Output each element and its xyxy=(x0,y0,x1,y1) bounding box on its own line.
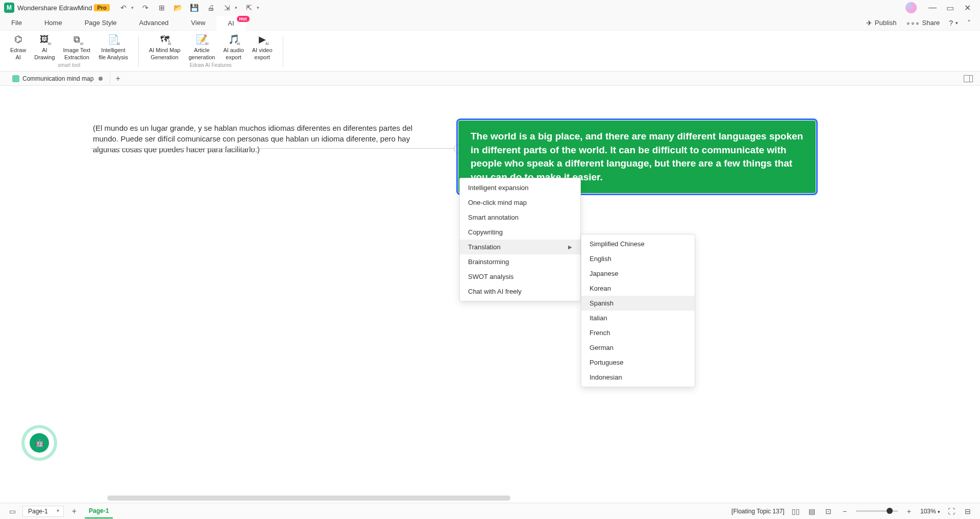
ctx-intelligent-expansion[interactable]: Intelligent expansion xyxy=(460,180,580,195)
chevron-down-icon: ▾ xyxy=(955,20,958,26)
view-mode-1-icon[interactable]: ▯▯ xyxy=(791,507,801,515)
mindmap-node-spanish[interactable]: (El mundo es un lugar grande, y se habla… xyxy=(93,123,430,155)
ctx-swot-analysis[interactable]: SWOT analysis xyxy=(460,269,580,284)
ctx-smart-annotation[interactable]: Smart annotation xyxy=(460,210,580,225)
help-button[interactable]: ?▾ xyxy=(949,19,958,27)
node-connector: ⊖ xyxy=(91,148,458,149)
zoom-percentage[interactable]: 103% ▾ xyxy=(920,508,940,515)
collapse-ribbon-button[interactable]: ˄ xyxy=(967,19,971,27)
menu-page-style[interactable]: Page Style xyxy=(74,15,128,30)
fit-icon[interactable]: ⊟ xyxy=(963,507,973,515)
lang-korean[interactable]: Korean xyxy=(581,281,695,296)
import-dropdown-icon[interactable]: ▾ xyxy=(257,5,259,10)
ribbon-separator xyxy=(138,36,139,67)
ribbon-group-smart-tool: ⌬Edraw AI 🖼AIAI Drawing ⧉AIImage Text Ex… xyxy=(5,34,133,68)
hot-badge: Hot xyxy=(237,16,250,22)
mindmap-gen-icon: 🗺AI xyxy=(158,34,172,45)
lang-indonesian[interactable]: Indonesian xyxy=(581,370,695,385)
ocr-icon: ⧉AI xyxy=(70,34,83,45)
lang-portuguese[interactable]: Portuguese xyxy=(581,355,695,370)
ctx-chat-ai[interactable]: Chat with AI freely xyxy=(460,284,580,299)
ocr-button[interactable]: ⧉AIImage Text Extraction xyxy=(59,34,95,61)
minimize-button[interactable]: — xyxy=(924,2,941,14)
lang-french[interactable]: French xyxy=(581,325,695,340)
audio-export-button[interactable]: 🎵AIAI audio export xyxy=(219,34,248,61)
chevron-up-icon: ˄ xyxy=(967,19,971,27)
save-icon[interactable]: 💾 xyxy=(190,3,199,12)
fullscreen-icon[interactable]: ⛶ xyxy=(946,507,957,515)
robot-icon: 🤖 xyxy=(30,433,49,453)
article-gen-button[interactable]: 📝AIArticle generation xyxy=(184,34,219,61)
lang-german[interactable]: German xyxy=(581,340,695,355)
open-icon[interactable]: 📂 xyxy=(174,3,183,12)
app-logo-icon: M xyxy=(4,3,14,13)
pro-badge: Pro xyxy=(94,4,109,11)
chevron-right-icon: ▶ xyxy=(568,244,572,250)
lang-japanese[interactable]: Japanese xyxy=(581,266,695,281)
ai-drawing-button[interactable]: 🖼AIAI Drawing xyxy=(30,34,59,61)
ctx-one-click-mindmap[interactable]: One-click mind map xyxy=(460,195,580,210)
undo-dropdown-icon[interactable]: ▾ xyxy=(131,5,134,10)
ribbon-group-label-2: Edraw AI Features xyxy=(189,62,231,68)
menu-home[interactable]: Home xyxy=(33,15,74,30)
app-title: Wondershare EdrawMind xyxy=(17,4,92,12)
zoom-slider-thumb[interactable] xyxy=(887,508,893,514)
menu-ai-label: AI xyxy=(228,19,234,27)
outline-icon[interactable]: ▭ xyxy=(7,507,17,515)
menu-view[interactable]: View xyxy=(180,15,216,30)
view-mode-2-icon[interactable]: ▤ xyxy=(807,507,817,515)
lang-spanish[interactable]: Spanish xyxy=(581,296,695,311)
floating-topic-status: [Floating Topic 137] xyxy=(731,508,785,515)
zoom-out-button[interactable]: − xyxy=(840,507,850,515)
menu-ai[interactable]: AI Hot xyxy=(216,16,245,31)
video-export-button[interactable]: ▶AIAI video export xyxy=(248,34,277,61)
article-gen-icon: 📝AI xyxy=(195,34,208,45)
edraw-ai-icon: ⌬ xyxy=(12,34,25,45)
menu-file[interactable]: File xyxy=(0,15,33,30)
print-icon[interactable]: 🖨 xyxy=(206,3,215,12)
new-icon[interactable]: ⊞ xyxy=(157,3,166,12)
panel-toggle-button[interactable] xyxy=(964,75,973,82)
export-icon[interactable]: ⇲ xyxy=(223,3,232,12)
unsaved-indicator-icon xyxy=(99,77,103,81)
lang-english[interactable]: English xyxy=(581,251,695,266)
share-button[interactable]: ∘∘∘Share xyxy=(906,19,940,27)
ribbon: ⌬Edraw AI 🖼AIAI Drawing ⧉AIImage Text Ex… xyxy=(0,31,980,72)
ctx-brainstorming[interactable]: Brainstorming xyxy=(460,254,580,269)
ctx-copywriting[interactable]: Copywriting xyxy=(460,225,580,240)
view-mode-3-icon[interactable]: ⊡ xyxy=(823,507,834,515)
document-tab-bar: Communication mind map + xyxy=(0,72,980,86)
user-avatar[interactable] xyxy=(905,2,917,13)
mindmap-gen-button[interactable]: 🗺AIAI Mind Map Generation xyxy=(145,34,185,61)
status-bar: ▭ Page-1 + Page-1 [Floating Topic 137] ▯… xyxy=(0,503,980,519)
video-export-icon: ▶AI xyxy=(256,34,269,45)
menu-advanced[interactable]: Advanced xyxy=(128,15,180,30)
page-tab-active[interactable]: Page-1 xyxy=(85,504,113,518)
import-icon[interactable]: ⇱ xyxy=(244,3,254,12)
lang-simplified-chinese[interactable]: Simplified Chinese xyxy=(581,237,695,251)
file-analysis-button[interactable]: 📄AIIntelligent file Analysis xyxy=(94,34,132,61)
ctx-translation[interactable]: Translation▶ xyxy=(460,240,580,254)
edraw-ai-button[interactable]: ⌬Edraw AI xyxy=(6,34,30,61)
close-button[interactable]: ✕ xyxy=(959,2,976,14)
horizontal-scrollbar[interactable] xyxy=(107,496,510,501)
maximize-button[interactable]: ▭ xyxy=(941,2,959,14)
canvas[interactable]: (El mundo es un lugar grande, y se habla… xyxy=(0,86,980,503)
undo-icon[interactable]: ↶ xyxy=(119,3,128,12)
context-menu: Intelligent expansion One-click mind map… xyxy=(459,178,581,301)
export-dropdown-icon[interactable]: ▾ xyxy=(235,5,237,10)
help-icon: ? xyxy=(949,19,953,27)
zoom-in-button[interactable]: + xyxy=(904,507,914,515)
ai-assistant-button[interactable]: 🤖 xyxy=(24,428,54,458)
quick-access-toolbar: ↶▾ ↷ ⊞ 📂 💾 🖨 ⇲▾ ⇱▾ xyxy=(119,3,259,12)
add-page-button[interactable]: + xyxy=(69,507,80,516)
lang-italian[interactable]: Italian xyxy=(581,311,695,325)
ribbon-separator xyxy=(283,36,283,67)
publish-button[interactable]: ✈Publish xyxy=(866,19,897,27)
ribbon-group-ai-features: 🗺AIAI Mind Map Generation 📝AIArticle gen… xyxy=(144,34,278,68)
zoom-slider[interactable] xyxy=(856,510,898,512)
add-tab-button[interactable]: + xyxy=(115,74,120,83)
redo-icon[interactable]: ↷ xyxy=(141,3,150,12)
page-selector[interactable]: Page-1 xyxy=(22,506,64,517)
document-tab[interactable]: Communication mind map xyxy=(5,72,110,85)
